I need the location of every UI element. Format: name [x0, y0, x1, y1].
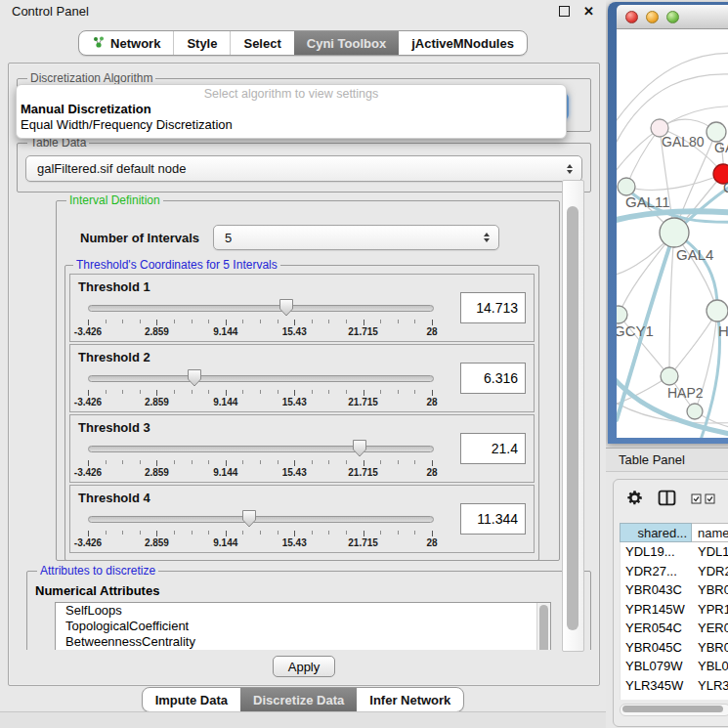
threshold-1-slider[interactable]: -3.4262.8599.14415.4321.71528: [88, 298, 432, 337]
threshold-1-box: Threshold 1 -3.4262.8599.14: [69, 274, 535, 342]
table-cell: YDL19...: [621, 544, 693, 559]
gear-icon[interactable]: [626, 490, 643, 510]
node-label: GAL4: [676, 246, 713, 263]
network-window-titlebar[interactable]: [617, 5, 728, 29]
GCY1-node[interactable]: [617, 306, 627, 323]
table-cell: YBR043C: [621, 582, 693, 597]
group-title: Interval Definition: [66, 193, 163, 207]
settings-scroll-area: Interval Definition Number of Intervals …: [17, 189, 591, 650]
table-cell: YPR145W: [693, 602, 728, 617]
threshold-4-slider[interactable]: -3.4262.8599.14415.4321.71528: [88, 509, 432, 548]
bottom-tab-bar: Impute Data Discretize Data Infer Networ…: [0, 687, 606, 712]
table-cell: YBR045C: [621, 640, 693, 655]
table-panel-header[interactable]: Table Panel: [606, 448, 728, 472]
slider-tick-labels: -3.4262.8599.14415.4321.71528: [88, 537, 432, 548]
horizontal-scrollbar[interactable]: [620, 704, 728, 716]
slider-ticks: [88, 320, 432, 323]
threshold-3-value-input[interactable]: [460, 433, 526, 464]
threshold-4-value-input[interactable]: [460, 503, 526, 535]
slider-track: [88, 446, 434, 452]
thresholds-group: Threshold's Coordinates for 5 Intervals …: [64, 258, 539, 561]
tab-network[interactable]: Network: [79, 31, 173, 55]
table-panel: shared... name YDL19...YDL19...YDR27...Y…: [613, 479, 728, 727]
table-cell: YIL052C: [621, 697, 693, 700]
network-view-window: GAL80GACGAL11GAL4GCY1HHAP2: [608, 2, 728, 444]
zoom-traffic-light[interactable]: [666, 11, 679, 23]
node-label: GA: [714, 140, 728, 155]
tab-discretize-data[interactable]: Discretize Data: [240, 688, 357, 711]
num-intervals-select[interactable]: 5: [213, 225, 499, 250]
apply-button[interactable]: Apply: [273, 656, 335, 677]
threshold-label: Threshold 4: [70, 486, 534, 505]
group-title: Threshold's Coordinates for 5 Intervals: [73, 258, 280, 272]
table-row[interactable]: YDR27...YDR27...: [621, 562, 728, 581]
numerical-attributes-list[interactable]: SelfLoopsTopologicalCoefficientBetweenne…: [55, 602, 551, 650]
HAP2-node[interactable]: [661, 367, 678, 385]
slider-track: [88, 516, 434, 523]
table-row[interactable]: YBR043CYBR043C: [621, 580, 728, 600]
network-canvas[interactable]: GAL80GACGAL11GAL4GCY1HHAP2: [617, 29, 728, 438]
table-cell: YER054C: [621, 621, 693, 635]
slider-thumb[interactable]: [278, 298, 294, 318]
table-cell: YPR145W: [621, 602, 693, 617]
right-node[interactable]: [707, 300, 728, 321]
node-label: C: [723, 180, 728, 195]
tab-impute-data[interactable]: Impute Data: [143, 688, 240, 711]
slider-thumb[interactable]: [187, 368, 202, 388]
scrollbar-thumb[interactable]: [622, 706, 723, 712]
node-table: shared... name YDL19...YDL19...YDR27...Y…: [620, 523, 728, 700]
dropdown-option-equal-width[interactable]: Equal Width/Frequency Discretization: [17, 117, 566, 133]
slider-thumb[interactable]: [241, 509, 257, 529]
table-row[interactable]: YBR045CYBR045C: [621, 638, 728, 658]
checkbox-icon[interactable]: [691, 491, 702, 508]
threshold-3-slider[interactable]: -3.4262.8599.14415.4321.71528: [88, 439, 432, 478]
table-cell: YBR043C: [693, 582, 728, 597]
scrollbar-thumb[interactable]: [567, 206, 578, 630]
checkbox-icon[interactable]: [705, 491, 715, 508]
threshold-2-slider[interactable]: -3.4262.8599.14415.4321.71528: [88, 368, 432, 407]
columns-icon[interactable]: [658, 490, 676, 510]
table-row[interactable]: YLR345WYLR345W: [621, 676, 728, 696]
dropdown-option-manual[interactable]: Manual Discretization: [17, 102, 566, 117]
num-intervals-value: 5: [225, 231, 232, 245]
table-data-selected-value: galFiltered.sif default node: [37, 161, 186, 176]
algorithm-dropdown-popup: Select algorithm to view settings Manual…: [16, 84, 567, 139]
attribute-item[interactable]: SelfLoops: [56, 603, 550, 619]
float-window-icon[interactable]: [559, 6, 570, 17]
tab-jactivemnodules[interactable]: jActiveMNodules: [399, 31, 527, 55]
network-graph: [617, 29, 728, 438]
node-label: H: [718, 322, 728, 339]
threshold-1-value-input[interactable]: [460, 292, 526, 323]
vertical-scrollbar[interactable]: [562, 180, 584, 652]
GAL4-node[interactable]: [660, 218, 689, 247]
table-row[interactable]: YDL19...YDL19...: [621, 542, 728, 562]
slider-thumb[interactable]: [352, 439, 367, 458]
table-row[interactable]: YER054CYER054C: [621, 619, 728, 638]
panel-title: Control Panel: [12, 4, 89, 19]
bottom-node[interactable]: [687, 404, 703, 419]
table-cell: YBL079W: [621, 659, 693, 673]
close-icon[interactable]: ✕: [583, 4, 594, 19]
column-header-shared-name[interactable]: shared...: [620, 523, 692, 542]
table-cell: YBL079W: [693, 659, 728, 673]
top-right-node[interactable]: [707, 122, 726, 142]
table-row[interactable]: YIL052CYIL052C: [621, 695, 728, 700]
column-header-name[interactable]: name: [692, 523, 728, 542]
threshold-2-value-input[interactable]: [460, 363, 526, 394]
attribute-item[interactable]: TopologicalCoefficient: [56, 619, 550, 634]
table-row[interactable]: YBL079WYBL079W: [621, 657, 728, 676]
attribute-item[interactable]: BetweennessCentrality: [56, 634, 550, 650]
slider-ticks: [88, 390, 432, 394]
tab-select[interactable]: Select: [230, 31, 293, 55]
tab-style[interactable]: Style: [173, 31, 230, 55]
close-traffic-light[interactable]: [625, 11, 638, 23]
table-row[interactable]: YPR145WYPR145W: [621, 600, 728, 620]
minimize-traffic-light[interactable]: [646, 11, 659, 23]
tab-infer-network[interactable]: Infer Network: [357, 688, 463, 711]
table-cell: YBR045C: [693, 640, 728, 655]
tab-cyni-toolbox[interactable]: Cyni Toolbox: [294, 31, 399, 55]
table-data-select[interactable]: galFiltered.sif default node: [25, 155, 582, 182]
dropdown-placeholder: Select algorithm to view settings: [17, 87, 566, 102]
list-scrollbar[interactable]: [536, 603, 550, 650]
table-cell: YDL19...: [693, 544, 728, 559]
